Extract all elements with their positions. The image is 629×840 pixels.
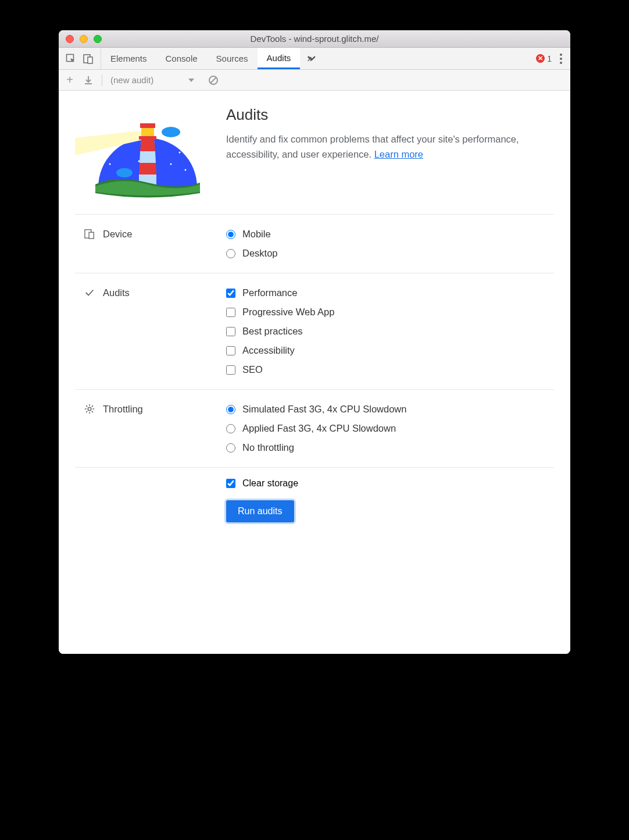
svg-point-10 — [185, 169, 187, 171]
audit-option-best-practices[interactable]: Best practices — [226, 326, 554, 337]
devtools-window: DevTools - wind-sprout.glitch.me/ Elemen… — [59, 30, 570, 654]
clear-storage-label: Clear storage — [242, 478, 298, 489]
svg-rect-2 — [88, 57, 92, 63]
audits-label: Audits — [103, 287, 130, 298]
svg-point-8 — [179, 152, 181, 154]
svg-rect-17 — [139, 136, 156, 140]
check-icon — [84, 287, 95, 298]
svg-point-9 — [109, 163, 111, 165]
svg-point-11 — [138, 161, 140, 162]
minimize-window-button[interactable] — [80, 35, 88, 43]
audits-pane: Audits Identify and fix common problems … — [59, 91, 570, 654]
window-title: DevTools - wind-sprout.glitch.me/ — [59, 34, 570, 44]
clear-icon[interactable] — [208, 75, 219, 86]
svg-point-13 — [162, 127, 180, 137]
audit-option-performance[interactable]: Performance — [226, 287, 554, 298]
throttling-option-label: No throttling — [242, 442, 294, 453]
inspect-element-icon[interactable] — [66, 54, 76, 64]
titlebar: DevTools - wind-sprout.glitch.me/ — [59, 30, 570, 48]
learn-more-link[interactable]: Learn more — [374, 149, 423, 159]
audit-option-pwa[interactable]: Progressive Web App — [226, 307, 554, 318]
page-description: Identify and fix common problems that af… — [226, 132, 554, 162]
svg-line-26 — [92, 411, 93, 412]
clear-storage-checkbox[interactable] — [226, 479, 235, 488]
tab-sources[interactable]: Sources — [207, 48, 258, 69]
audit-checkbox-accessibility[interactable] — [226, 346, 235, 355]
device-option-label: Mobile — [242, 229, 271, 240]
throttling-radio-none[interactable] — [226, 443, 235, 453]
more-tabs-button[interactable]: » — [300, 48, 320, 69]
throttling-option-none[interactable]: No throttling — [226, 442, 554, 453]
audit-selector-label: (new audit) — [110, 75, 153, 85]
main-tabstrip: Elements Console Sources Audits » ✕ 1 — [59, 48, 570, 70]
tab-audits[interactable]: Audits — [258, 48, 301, 69]
section-device: Device Mobile Desktop — [59, 215, 570, 273]
audit-checkbox-best-practices[interactable] — [226, 327, 235, 336]
zoom-window-button[interactable] — [94, 35, 102, 43]
description-text: Identify and fix common problems that af… — [226, 134, 519, 159]
error-icon: ✕ — [536, 54, 545, 63]
audit-option-accessibility[interactable]: Accessibility — [226, 345, 554, 356]
close-window-button[interactable] — [66, 35, 74, 43]
svg-line-28 — [92, 405, 93, 407]
page-title: Audits — [226, 106, 554, 124]
device-option-label: Desktop — [242, 248, 278, 259]
audit-option-label: Performance — [242, 287, 297, 298]
device-radio-mobile[interactable] — [226, 230, 235, 239]
device-icon — [84, 229, 95, 239]
section-audits: Audits Performance Progressive Web App B… — [59, 273, 570, 389]
device-radio-desktop[interactable] — [226, 249, 235, 258]
traffic-lights — [59, 35, 102, 43]
audit-checkbox-seo[interactable] — [226, 365, 235, 375]
run-audits-button[interactable]: Run audits — [226, 500, 294, 522]
section-throttling: Throttling Simulated Fast 3G, 4x CPU Slo… — [59, 390, 570, 467]
lighthouse-illustration — [69, 106, 220, 199]
device-option-mobile[interactable]: Mobile — [226, 229, 554, 240]
device-option-desktop[interactable]: Desktop — [226, 248, 554, 259]
throttling-option-label: Simulated Fast 3G, 4x CPU Slowdown — [242, 404, 406, 415]
chevron-down-icon — [188, 79, 194, 82]
settings-menu-button[interactable] — [560, 54, 562, 64]
audit-checkbox-performance[interactable] — [226, 289, 235, 298]
svg-rect-19 — [89, 232, 94, 239]
new-audit-icon[interactable]: + — [65, 75, 75, 86]
throttling-option-applied[interactable]: Applied Fast 3G, 4x CPU Slowdown — [226, 423, 554, 434]
audit-option-seo[interactable]: SEO — [226, 364, 554, 375]
throttling-option-simulated[interactable]: Simulated Fast 3G, 4x CPU Slowdown — [226, 404, 554, 415]
svg-line-27 — [86, 411, 87, 412]
throttling-label: Throttling — [103, 404, 143, 415]
throttling-radio-applied[interactable] — [226, 424, 235, 433]
audit-option-label: SEO — [242, 364, 263, 375]
audits-toolbar: + (new audit) — [59, 70, 570, 91]
throttling-radio-simulated[interactable] — [226, 405, 235, 414]
download-icon[interactable] — [83, 75, 94, 86]
audit-option-label: Best practices — [242, 326, 303, 337]
svg-point-7 — [162, 137, 163, 139]
audits-header: Audits Identify and fix common problems … — [59, 91, 570, 214]
svg-point-20 — [88, 407, 91, 410]
device-label: Device — [103, 229, 132, 240]
audit-option-label: Accessibility — [242, 345, 295, 356]
gear-icon — [84, 404, 95, 414]
audit-option-label: Progressive Web App — [242, 307, 334, 318]
svg-point-12 — [170, 163, 172, 165]
device-toolbar-icon[interactable] — [83, 54, 94, 64]
tab-console[interactable]: Console — [156, 48, 207, 69]
throttling-option-label: Applied Fast 3G, 4x CPU Slowdown — [242, 423, 396, 434]
error-count: 1 — [547, 54, 552, 63]
audits-footer: Clear storage Run audits — [59, 468, 570, 546]
svg-line-25 — [86, 405, 87, 407]
clear-storage-option[interactable]: Clear storage — [226, 478, 298, 489]
audit-checkbox-pwa[interactable] — [226, 308, 235, 317]
audit-selector-dropdown[interactable]: (new audit) — [110, 75, 194, 85]
svg-point-14 — [116, 168, 133, 177]
svg-line-4 — [210, 77, 216, 83]
svg-rect-15 — [140, 123, 155, 128]
tab-elements[interactable]: Elements — [101, 48, 156, 69]
error-count-badge[interactable]: ✕ 1 — [536, 54, 552, 63]
svg-rect-16 — [141, 128, 154, 136]
